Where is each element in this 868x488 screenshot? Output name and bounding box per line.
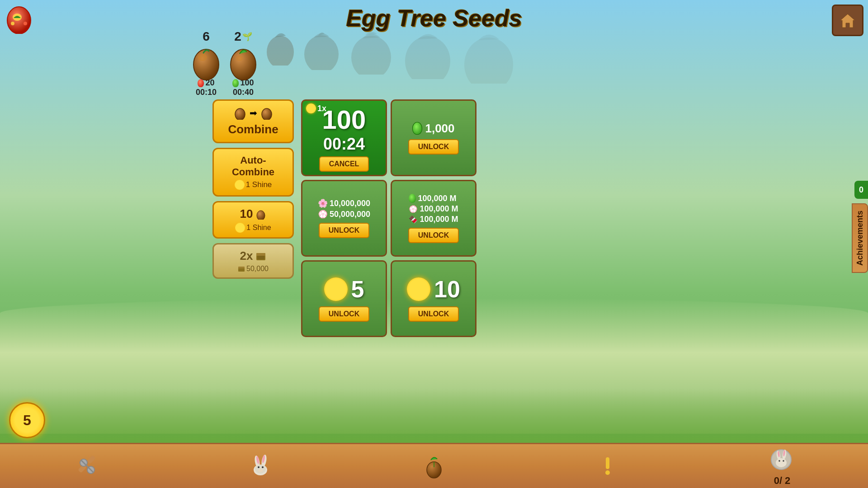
grid-cell-6[interactable]: 10 UNLOCK — [391, 260, 476, 337]
unlock-button-3[interactable]: UNLOCK — [319, 223, 369, 238]
sun-counter[interactable]: 5 — [9, 402, 45, 438]
egg-green-icon-4 — [409, 194, 416, 203]
grid-cell-3[interactable]: 🌸 10,000,000 💮 50,000,000 UNLOCK — [301, 180, 387, 257]
svg-point-40 — [258, 469, 263, 472]
unlock-button-4[interactable]: UNLOCK — [408, 228, 459, 243]
sun-count-6: 10 — [434, 276, 460, 303]
seed-shadow-1 — [264, 29, 297, 66]
sun-count-5: 5 — [351, 276, 364, 303]
right-grid: 1x 100 00:24 CANCEL 1,000 UNLOCK 🌸 10,00… — [301, 99, 476, 337]
combine-button[interactable]: ➡ Combine — [212, 99, 294, 143]
seeds-row: 6 20 00:10 — [190, 29, 518, 97]
rabbit-count-label: 0/ 2 — [774, 475, 791, 487]
svg-point-52 — [783, 460, 784, 462]
svg-point-9 — [231, 49, 256, 80]
sun-icon-cell1 — [306, 103, 316, 113]
cell-multiplier-1: 1x — [306, 103, 326, 113]
svg-point-21 — [257, 211, 265, 220]
double-row: 2x — [240, 249, 267, 263]
grid-cell-5[interactable]: 5 UNLOCK — [301, 260, 387, 337]
svg-point-12 — [304, 35, 339, 70]
unlock-button-6[interactable]: UNLOCK — [408, 306, 459, 322]
double-button[interactable]: 2x 50,000 — [212, 243, 294, 279]
svg-point-39 — [262, 466, 264, 468]
speed-row: 10 — [240, 207, 267, 221]
svg-point-10 — [236, 56, 243, 61]
sun-cost-row-5: 5 — [324, 276, 364, 303]
seed-info-1: 20 00:10 — [196, 78, 217, 97]
combine-icons: ➡ — [233, 106, 274, 120]
seed-item-1[interactable]: 6 20 00:10 — [190, 29, 222, 97]
sun-cost-row-6: 10 — [407, 276, 460, 303]
shine-icon — [235, 180, 245, 190]
unlock-button-5[interactable]: UNLOCK — [319, 306, 369, 322]
quest-button[interactable] — [594, 453, 621, 480]
flower-purple-icon: 💮 — [318, 209, 328, 219]
cell-cost-row-2: 1,000 — [412, 122, 454, 136]
speed-button[interactable]: 10 1 Shine — [212, 201, 294, 239]
svg-point-14 — [405, 36, 450, 79]
svg-rect-44 — [606, 457, 609, 469]
egg-green-icon — [412, 122, 422, 135]
svg-rect-26 — [238, 267, 245, 268]
achievements-tab[interactable]: Achievements — [852, 203, 868, 273]
seed-time-2: 00:40 — [233, 88, 254, 97]
rabbit-button[interactable] — [247, 453, 274, 480]
cell-cost-2: 1,000 — [425, 122, 454, 136]
svg-point-17 — [235, 108, 245, 120]
seed-shadow-2 — [301, 29, 342, 70]
svg-point-38 — [258, 466, 259, 468]
svg-point-7 — [198, 54, 207, 61]
scroll-indicator[interactable]: 0 — [854, 181, 868, 199]
double-cost: 50,000 — [238, 265, 269, 273]
sun-count: 5 — [23, 412, 31, 429]
seed-shadow-4 — [401, 29, 455, 79]
sun-icon-5 — [324, 277, 348, 301]
shine-icon-speed — [235, 223, 245, 233]
combine-label: Combine — [228, 122, 278, 136]
auto-combine-cost: 1 Shine — [235, 180, 272, 190]
tools-button[interactable] — [73, 453, 100, 480]
flowers-background — [0, 361, 868, 452]
seed-shadow-3 — [346, 29, 396, 75]
svg-rect-23 — [256, 253, 265, 256]
svg-point-51 — [778, 460, 780, 462]
svg-rect-28 — [87, 455, 96, 464]
svg-point-13 — [351, 36, 391, 75]
unlock-button-2[interactable]: UNLOCK — [408, 139, 459, 155]
cell-timer-1: 00:24 — [323, 135, 365, 154]
page-title: Egg Tree Seeds — [346, 5, 522, 32]
auto-combine-label: Auto- Combine — [232, 155, 274, 178]
flower-purple-icon-4: 💮 — [409, 205, 418, 213]
seed-img-1 — [190, 45, 222, 77]
svg-point-3 — [11, 22, 14, 25]
chocolate-icon: 🍫 — [409, 215, 418, 224]
grid-cell-4[interactable]: 100,000 M 💮 100,000 M 🍫 100,000 M UNLOCK — [391, 180, 476, 257]
grid-cell-1[interactable]: 1x 100 00:24 CANCEL — [301, 99, 387, 176]
sun-icon-6 — [407, 277, 430, 301]
auto-combine-button[interactable]: Auto- Combine 1 Shine — [212, 148, 294, 197]
svg-point-15 — [464, 38, 513, 84]
svg-point-4 — [24, 22, 27, 25]
seed-count-2: 2 — [234, 29, 241, 44]
cell-value-1: 100 — [322, 104, 366, 135]
egg-icon[interactable] — [5, 5, 34, 34]
svg-point-11 — [267, 36, 294, 66]
seed-button[interactable] — [420, 453, 448, 480]
home-button[interactable] — [832, 5, 863, 36]
grid-cell-2[interactable]: 1,000 UNLOCK — [391, 99, 476, 176]
seed-count-1: 6 — [203, 29, 210, 44]
left-panel: ➡ Combine Auto- Combine 1 Shine — [212, 99, 294, 337]
cell-sub-costs-3: 🌸 10,000,000 💮 50,000,000 — [318, 198, 370, 219]
main-area: ➡ Combine Auto- Combine 1 Shine — [212, 99, 476, 337]
svg-rect-24 — [257, 256, 264, 259]
seed-time-1: 00:10 — [196, 88, 217, 97]
rabbit-count-button[interactable]: 0/ 2 — [768, 446, 795, 487]
seed-shadow-5 — [459, 29, 518, 84]
cell-sub-costs-4: 100,000 M 💮 100,000 M 🍫 100,000 M — [409, 194, 458, 224]
speed-cost: 1 Shine — [235, 223, 271, 233]
cancel-button[interactable]: CANCEL — [319, 156, 369, 172]
flower-pink-icon: 🌸 — [318, 198, 328, 208]
seed-item-2[interactable]: 2 🌱 100 00:40 — [227, 29, 259, 97]
svg-point-6 — [193, 49, 219, 80]
